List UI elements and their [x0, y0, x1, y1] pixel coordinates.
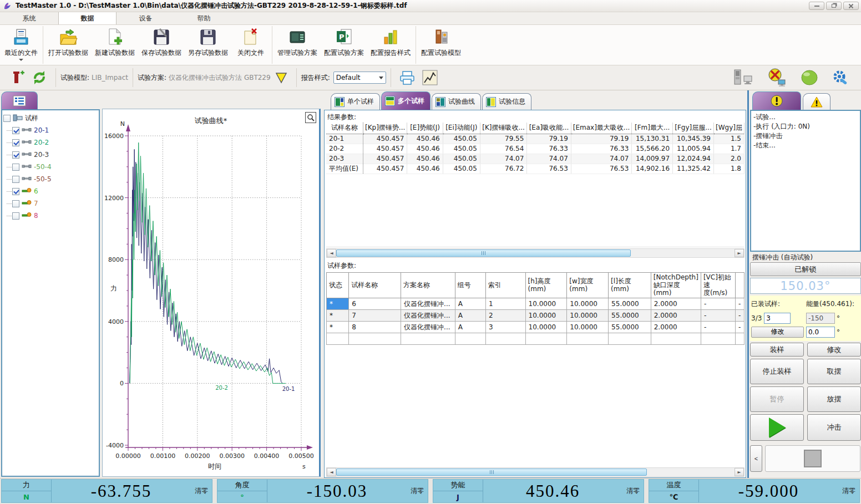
stop-button[interactable]: [765, 445, 860, 472]
scroll-left-arrow-icon[interactable]: ◄: [327, 468, 336, 476]
clear-button[interactable]: 清零: [622, 480, 644, 502]
machine-monitor-icon[interactable]: [732, 69, 753, 86]
tab-试验信息[interactable]: 试验信息: [482, 93, 531, 110]
tree-item-checkbox[interactable]: [12, 164, 19, 171]
results-row-平均值(E)[interactable]: 平均值(E)450.457450.46450.0576.7276.5376.53…: [326, 164, 744, 174]
tree-item-checkbox[interactable]: [12, 188, 19, 195]
tab-单个试样[interactable]: 单个试样: [331, 93, 380, 110]
toolbar-button-新建试验数据[interactable]: 新建试验数据: [92, 25, 138, 65]
tree-item-checkbox[interactable]: [12, 139, 19, 146]
scroll-thumb[interactable]: [336, 469, 647, 476]
tree-item-6[interactable]: 6: [3, 185, 98, 197]
tab-warnings[interactable]: [803, 93, 830, 110]
report-style-dropdown[interactable]: Default: [333, 72, 386, 84]
menu-item-设备[interactable]: 设备: [117, 12, 175, 24]
clear-button[interactable]: 清零: [407, 480, 428, 502]
toolbar-button-配置试验方案[interactable]: P配置试验方案: [321, 25, 367, 65]
close-button[interactable]: [843, 2, 859, 10]
menu-item-数据[interactable]: 数据: [58, 12, 117, 24]
results-col-[Fm]最大...[interactable]: [Fm]最大...: [632, 123, 673, 134]
results-row-20-3[interactable]: 20-3450.457450.46450.0574.0774.0774.0714…: [326, 154, 744, 164]
samples-col-[VC]初始速 度(m/s)[interactable]: [VC]初始速 度(m/s): [701, 273, 735, 298]
action-button-装样[interactable]: 装样: [750, 343, 804, 357]
tree-item-20-2[interactable]: 20-2: [3, 136, 98, 149]
results-col-[Kp]摆锤势...[interactable]: [Kp]摆锤势...: [363, 123, 407, 134]
unlock-status-button[interactable]: 已解锁: [750, 262, 861, 276]
results-col-[Fgy]屈服...[interactable]: [Fgy]屈服...: [673, 123, 714, 134]
disconnect-status-icon[interactable]: [767, 68, 787, 87]
toolbar-button-保存试验数据[interactable]: 保存试验数据: [138, 25, 185, 65]
clear-button[interactable]: 清零: [838, 480, 859, 502]
toolbar-button-配置试验模型[interactable]: 配置试验模型: [418, 25, 464, 65]
curve-view-icon[interactable]: [422, 70, 438, 85]
pendulum-add-icon[interactable]: [8, 69, 24, 86]
tab-alerts[interactable]: [752, 91, 801, 110]
samples-col-[NotchDepth] 缺口深度 (mm)[interactable]: [NotchDepth] 缺口深度 (mm): [651, 273, 701, 298]
results-col-[E]势能(J)[interactable]: [E]势能(J): [407, 123, 443, 134]
tree-item-checkbox[interactable]: [12, 127, 19, 134]
zero-angle-input[interactable]: [806, 327, 835, 338]
samples-col-方案名称[interactable]: 方案名称: [401, 273, 455, 298]
tree-item-checkbox[interactable]: [12, 151, 19, 159]
samples-col-cut[interactable]: [736, 273, 744, 298]
action-button-修改[interactable]: 修改: [807, 343, 861, 357]
action-button-停止装样[interactable]: 停止装样: [750, 359, 804, 384]
tree-root[interactable]: 试样: [3, 112, 98, 124]
samples-row-8[interactable]: *8仪器化摆锤冲...A310.000010.000055.00002.0000…: [327, 322, 744, 333]
results-col-[Ei]动能(J)[interactable]: [Ei]动能(J): [443, 123, 480, 134]
modify-loaded-button[interactable]: 修改: [751, 327, 804, 338]
action-button-放摆[interactable]: 放摆: [807, 386, 861, 412]
action-button-暂停[interactable]: 暂停: [750, 386, 804, 412]
start-test-button[interactable]: [750, 414, 804, 441]
refresh-icon[interactable]: [31, 69, 48, 86]
results-row-20-2[interactable]: 20-2450.457450.46450.0576.5476.3376.3315…: [326, 144, 744, 154]
clear-button[interactable]: 清零: [191, 480, 212, 502]
scroll-track[interactable]: [336, 249, 735, 257]
loaded-input[interactable]: [764, 313, 791, 324]
scheme-warning-icon[interactable]: [274, 70, 288, 85]
tree-item--50-4[interactable]: -50-4: [3, 161, 98, 173]
chart-tool-button[interactable]: [305, 112, 316, 123]
angle-input[interactable]: [806, 313, 835, 324]
results-col-试样名称[interactable]: 试样名称: [326, 123, 363, 134]
minimize-button[interactable]: [809, 2, 824, 10]
results-col-[Ea]吸收能...[interactable]: [Ea]吸收能...: [527, 123, 571, 134]
samples-col-[h]高度 (mm)[interactable]: [h]高度 (mm): [525, 273, 567, 298]
tree-tab[interactable]: [1, 91, 38, 109]
samples-row-7[interactable]: *7仪器化摆锤冲...A210.000010.000055.00002.0000…: [327, 310, 744, 322]
toolbar-button-最近的文件[interactable]: 最近的文件: [1, 25, 41, 65]
samples-col-状态[interactable]: 状态: [327, 273, 349, 298]
toolbar-button-另存试验数据[interactable]: 另存试验数据: [185, 25, 231, 65]
tree-item-20-1[interactable]: 20-1: [3, 124, 98, 136]
status-ball-icon[interactable]: [800, 69, 819, 86]
tree-root-checkbox[interactable]: [3, 115, 11, 122]
settings-gear-icon[interactable]: [832, 69, 850, 86]
samples-row-6[interactable]: *6仪器化摆锤冲...A110.000010.000055.00002.0000…: [327, 298, 744, 310]
samples-col-试样名称[interactable]: 试样名称: [349, 273, 401, 298]
scroll-left-arrow-icon[interactable]: ◄: [327, 249, 336, 257]
menu-item-系统[interactable]: 系统: [0, 12, 58, 24]
test-curve-chart[interactable]: -400004000800012000160000.000000.001000.…: [103, 109, 319, 475]
restore-button[interactable]: [826, 2, 842, 10]
tree-item-checkbox[interactable]: [12, 176, 19, 183]
samples-col-组号[interactable]: 组号: [455, 273, 485, 298]
menu-item-帮助[interactable]: 帮助: [175, 12, 233, 24]
action-button-冲击[interactable]: 冲击: [807, 414, 861, 441]
samples-hscrollbar[interactable]: ◄ ►: [326, 467, 744, 477]
results-col-[K]摆锤吸收...[interactable]: [K]摆锤吸收...: [480, 123, 527, 134]
scroll-track[interactable]: [336, 468, 735, 476]
samples-col-[l]长度(mm)[interactable]: [l]长度(mm): [609, 273, 651, 298]
tree-item-20-3[interactable]: 20-3: [3, 149, 98, 161]
print-report-icon[interactable]: [399, 70, 416, 85]
samples-col-索引[interactable]: 索引: [485, 273, 525, 298]
scroll-right-arrow-icon[interactable]: ►: [735, 468, 744, 476]
toolbar-button-管理试验方案[interactable]: 管理试验方案: [274, 25, 321, 65]
tree-item-8[interactable]: 8: [3, 210, 98, 222]
action-button-取摆[interactable]: 取摆: [807, 359, 861, 384]
samples-col-[w]宽度 (mm)[interactable]: [w]宽度 (mm): [567, 273, 609, 298]
toolbar-button-关闭文件[interactable]: 关闭文件: [231, 25, 270, 65]
results-hscrollbar[interactable]: ◄ ►: [326, 248, 744, 258]
toolbar-button-配置报告样式[interactable]: 配置报告样式: [367, 25, 414, 65]
results-row-20-1[interactable]: 20-1450.457450.46450.0579.5579.1979.1915…: [326, 134, 744, 144]
scroll-right-arrow-icon[interactable]: ►: [735, 249, 744, 257]
